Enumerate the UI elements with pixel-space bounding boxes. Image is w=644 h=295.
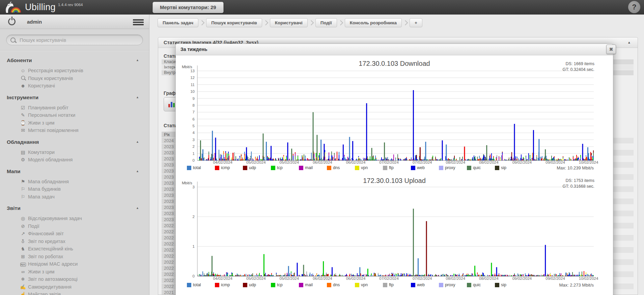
sidebar-item[interactable]: ⚙Моделі обладнання: [19, 156, 149, 164]
sidebar-item[interactable]: ⌚Живи з цим: [19, 119, 149, 127]
legend-label: tcp: [277, 165, 283, 170]
legend-swatch: [411, 166, 415, 170]
help-icon[interactable]: ?: [628, 1, 640, 13]
sidebar-item[interactable]: ◎Відслідковування задач: [19, 215, 149, 222]
sidebar-item-label: Події: [28, 223, 39, 229]
breadcrumb-item[interactable]: Події: [315, 18, 337, 27]
panel-collapse-icon[interactable]: ▲: [627, 37, 631, 48]
sidebar-item[interactable]: ⚐Мапа будинків: [19, 185, 149, 193]
map-icon: ⚐: [19, 186, 27, 192]
logo-area: Ubilling 1.4.4 rev 9064: [0, 0, 644, 15]
upload-ds-items: DS: 1753 items: [562, 178, 594, 184]
sidebar-item[interactable]: ♞Екзистенційний кінь: [19, 245, 149, 253]
search-input[interactable]: [19, 37, 139, 43]
top-header-bar: Ubilling 1.4.4 rev 9064 Мертві комутатор…: [0, 0, 644, 15]
chevron-up-icon[interactable]: ▲: [136, 206, 139, 210]
sidebar-item-label: Планування робіт: [28, 105, 68, 110]
breadcrumb-item[interactable]: Користувачі: [270, 18, 308, 27]
chevron-up-icon[interactable]: ▲: [136, 96, 139, 99]
legend-item: vpn: [355, 165, 383, 170]
sidebar-item[interactable]: ✎Персональні нотатки: [19, 111, 149, 119]
svg-text:1: 1: [193, 152, 195, 156]
sidebar-item[interactable]: ∞Живи з цим: [19, 268, 149, 276]
svg-text:06/02/2024: 06/02/2024: [313, 160, 332, 164]
svg-text:2: 2: [193, 215, 195, 219]
legend-swatch: [187, 283, 191, 287]
search-area: [0, 29, 149, 51]
legend-swatch: [215, 283, 219, 287]
legend-label: udp: [249, 165, 256, 170]
events-check-icon: ⊘: [19, 223, 27, 229]
snowflake-icon: ❄: [19, 276, 27, 282]
sidebar-section-header[interactable]: Обладнання▲: [7, 139, 149, 145]
sidebar-section-header[interactable]: Звіти▲: [7, 205, 149, 211]
sidebar-item[interactable]: ⚐Мапа задач: [19, 193, 149, 201]
sidebar-item[interactable]: ✉Миттєві повідомлення: [19, 127, 149, 134]
legend-label: vpn: [361, 165, 368, 170]
download-gt-time: GT: 0.32404 sec.: [562, 67, 594, 73]
close-icon[interactable]: ✖: [606, 45, 616, 54]
legend-label: icmp: [221, 165, 230, 170]
modal-header[interactable]: За тиждень ✖: [176, 44, 613, 55]
sidebar-section-title: Інструменти: [7, 95, 38, 100]
breadcrumb-item[interactable]: Пошук користувачів: [206, 18, 262, 27]
sidebar-item[interactable]: ☝Майстер звітів: [19, 291, 149, 295]
upload-chart-title: 172.30.0.103 Upload: [176, 177, 613, 185]
legend-item: tcp: [271, 165, 299, 170]
breadcrumb-item[interactable]: +: [410, 18, 422, 27]
download-chart-info: DS: 1669 items GT: 0.32404 sec.: [562, 61, 594, 73]
user-search-box[interactable]: [6, 34, 143, 45]
sidebar-item-label: Самокредитування: [28, 284, 72, 290]
legend-label: tcp: [277, 283, 283, 287]
chevron-up-icon[interactable]: ▲: [136, 58, 139, 62]
svg-text:10/02/2024: 10/02/2024: [579, 276, 598, 280]
current-user: admin: [27, 19, 42, 25]
svg-text:07/02/2024: 07/02/2024: [413, 160, 432, 164]
legend-label: total: [193, 165, 201, 170]
svg-text:3: 3: [193, 138, 195, 142]
breadcrumb-item[interactable]: Консоль розробника: [345, 18, 402, 27]
sidebar-section-header[interactable]: Мапи▲: [7, 168, 149, 175]
sidebar-item[interactable]: ⚑Мапа обладнання: [19, 178, 149, 186]
chevron-right-icon: [403, 20, 408, 25]
sidebar-item[interactable]: ✍Самокредитування: [19, 283, 149, 291]
svg-text:6: 6: [193, 117, 195, 121]
legend-swatch: [187, 166, 191, 170]
map-pin-icon: ⚑: [19, 179, 27, 184]
sidebar-item[interactable]: ☺Реєстрація користувачів: [19, 67, 149, 75]
menu-toggle-icon[interactable]: [133, 18, 144, 26]
chevron-up-icon[interactable]: ▲: [136, 140, 139, 143]
sidebar-item[interactable]: δЗвіт по кредитах: [19, 238, 149, 245]
sidebar-item[interactable]: ▤Комутатори: [19, 149, 149, 156]
sidebar-item[interactable]: Пошук користувачів: [19, 75, 149, 82]
na-badge-icon: NA: [19, 261, 27, 267]
legend-swatch: [327, 166, 331, 170]
upload-gt-time: GT: 0.31668 sec.: [562, 184, 594, 189]
sidebar-section-title: Мапи: [7, 168, 21, 174]
ubilling-app: { "header": { "app_name": "Ubilling", "v…: [0, 0, 644, 295]
sidebar-item[interactable]: ❄Звіт по автозаморозці: [19, 275, 149, 283]
svg-text:08/02/2024: 08/02/2024: [479, 160, 499, 164]
sidebar-item[interactable]: ☻Користувачі: [19, 82, 149, 90]
sidebar-item[interactable]: ↗Фінансовий звіт: [19, 230, 149, 238]
svg-text:08/02/2024: 08/02/2024: [446, 276, 465, 280]
sidebar-section-header[interactable]: Абоненти▲: [7, 57, 149, 63]
sidebar-section-title: Обладнання: [7, 139, 39, 145]
breadcrumb-item[interactable]: Панель задач: [158, 18, 198, 27]
svg-text:08/02/2024: 08/02/2024: [479, 276, 499, 280]
legend-label: web: [417, 165, 425, 170]
legend-swatch: [243, 283, 247, 287]
legend-swatch: [299, 283, 303, 287]
sidebar-item[interactable]: NAНевідомі MAC адреси: [19, 260, 149, 268]
svg-text:09/02/2024: 09/02/2024: [512, 276, 532, 280]
sidebar-section-header[interactable]: Інструменти▲: [7, 95, 149, 101]
chevron-right-icon: [338, 20, 343, 25]
sidebar-item[interactable]: ⊘Події: [19, 222, 149, 230]
sidebar-item[interactable]: ⊞Звіт по роботах: [19, 253, 149, 261]
legend-item: dns: [327, 165, 355, 170]
sidebar-item[interactable]: ☑Планування робіт: [19, 104, 149, 112]
logout-power-icon[interactable]: [8, 18, 16, 25]
svg-text:05/02/2024: 05/02/2024: [280, 276, 299, 280]
dead-switches-button[interactable]: Мертві комутатори: 29: [152, 2, 224, 13]
chevron-up-icon[interactable]: ▲: [136, 169, 139, 173]
